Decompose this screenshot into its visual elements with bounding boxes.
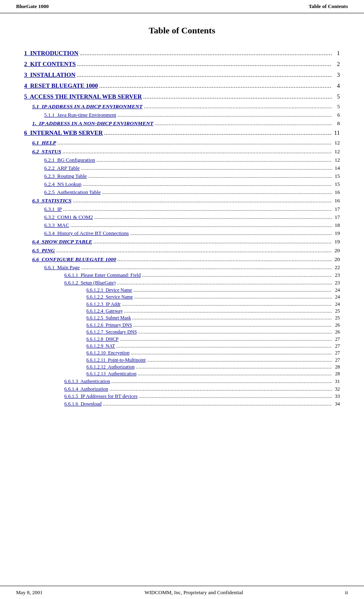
toc-item-label[interactable]: 6.2.1 BG Configuration [44,156,95,164]
toc-item-label[interactable]: 6.2 STATUS [32,147,61,156]
toc-item-label[interactable]: 6.6.1 Main Page [44,263,80,272]
toc-row[interactable]: 6.6.1.2.4 Gateway.......................… [24,308,340,315]
toc-item-label[interactable]: 6 INTERNAL WEB SERVER [24,128,103,138]
toc-dots: ........................................… [116,279,332,287]
toc-row[interactable]: 6 INTERNAL WEB SERVER...................… [24,128,340,138]
toc-item-label[interactable]: 6.6.1.5 IP Addresses for BT devices [64,393,137,400]
toc-row[interactable]: 6.6.1 Main Page.........................… [24,263,340,272]
toc-item-label[interactable]: 4 RESET BLUEGATE 1000 [24,80,98,91]
toc-item-label[interactable]: 6.6.1.4 Authorization [64,385,108,393]
toc-item-label[interactable]: 6.6.1.2.11 Point-to-Multipoint [86,357,146,364]
toc-row[interactable]: 6.4 SHOW DHCP TABLE.....................… [24,237,340,246]
toc-row[interactable]: 6.6.1.2.9 NAT...........................… [24,343,340,350]
toc-item-label[interactable]: 6.6.1.6 Download [64,400,102,408]
toc-dots: ........................................… [137,371,332,377]
toc-item-label[interactable]: 6.6.1.2.4 Gateway [86,308,123,315]
toc-dots: ........................................… [102,400,332,408]
toc-item-label[interactable]: 6.3 STATISTICS [32,196,72,205]
toc-item-label[interactable]: 5.1.1 Java Run-time Environment [44,111,116,119]
toc-row[interactable]: 6.1 HELP................................… [24,138,340,147]
toc-row[interactable]: 6.6.1.5 IP Addresses for BT devices.....… [24,393,340,400]
toc-item-label[interactable]: 6.6.1.2.3 IP Addr [86,301,121,308]
toc-item-label[interactable]: 6.2.4 NS Lookup [44,180,82,188]
toc-item-label[interactable]: 6.6.1.2.13 Authentication [86,371,137,377]
toc-row[interactable]: 6.6.1.1 Please Enter Command: Field.....… [24,272,340,279]
toc-item-label[interactable]: 6.6.1.2.9 NAT [86,343,115,350]
toc-row[interactable]: 4 RESET BLUEGATE 1000...................… [24,80,340,91]
toc-row[interactable]: 5.1.1 Java Run-time Environment.........… [24,111,340,119]
toc-row[interactable]: 6.6.1.2.7 Secondary DNS.................… [24,329,340,336]
toc-item-label[interactable]: 6.6.1.1 Please Enter Command: Field [64,272,141,279]
toc-dots: ........................................… [62,205,332,213]
toc-dots: ........................................… [141,272,332,279]
toc-row[interactable]: 6.6.1.2.8 DHCP..........................… [24,336,340,343]
toc-item-label[interactable]: 6.4 SHOW DHCP TABLE [32,237,92,246]
toc-row[interactable]: 3 INSTALLATION..........................… [24,70,340,80]
toc-row[interactable]: 6.6.1.3 Authentication..................… [24,378,340,385]
toc-row[interactable]: 6.3.3 MAC...............................… [24,221,340,229]
toc-row[interactable]: 6.6.1.2 Setup (BlueGate)................… [24,279,340,287]
toc-dots: ........................................… [121,301,332,308]
toc-row[interactable]: 6.2 STATUS..............................… [24,147,340,156]
toc-item-label[interactable]: 6.6 CONFIGURE BLUEGATE 1000 [32,255,116,264]
toc-row[interactable]: 1 INTRODUCTION..........................… [24,48,340,59]
toc-page-num: 6 [332,111,340,119]
toc-item-label[interactable]: 6.6.1.2.6 Primary DNS [86,322,132,329]
toc-item-label[interactable]: 6.6.1.3 Authentication [64,378,110,385]
toc-item-label[interactable]: 6.5 PING [32,246,55,255]
toc-row[interactable]: 1. IP ADDRESS IN A NON-DHCP ENVIRONMENT.… [24,119,340,128]
toc-item-label[interactable]: 6.6.1.2.12 Authorization [86,364,135,371]
toc-row[interactable]: 5.1 IP ADDRESS IN A DHCP ENVIRONMENT....… [24,102,340,111]
toc-item-label[interactable]: 6.1 HELP [32,138,56,147]
toc-row[interactable]: 6.3.4 History of Active BT Connections..… [24,229,340,237]
toc-dots: ........................................… [80,164,332,172]
toc-row[interactable]: 6.6.1.2.13 Authentication...............… [24,371,340,377]
toc-row[interactable]: 2 KIT CONTENTS..........................… [24,59,340,70]
toc-row[interactable]: 6.6.1.2.2 Service Name..................… [24,294,340,301]
toc-item-label[interactable]: 1 INTRODUCTION [24,48,78,59]
toc-row[interactable]: 6.2.2 ARP Table.........................… [24,164,340,172]
toc-row[interactable]: 6.6.1.2.1 Device Name...................… [24,287,340,294]
toc-item-label[interactable]: 6.2.5 Authentication Table [44,188,101,196]
toc-item-label[interactable]: 6.6.1.2.2 Service Name [86,294,133,301]
toc-item-label[interactable]: 6.2.2 ARP Table [44,164,80,172]
toc-page-num: 12 [332,138,340,147]
toc-row[interactable]: 6.3.1 IP................................… [24,205,340,213]
toc-item-label[interactable]: 6.6.1.2 Setup (BlueGate) [64,279,116,287]
toc-item-label[interactable]: 5 ACCESS THE INTERNAL WEB SERVER [24,91,142,102]
toc-row[interactable]: 6.2.5 Authentication Table..............… [24,188,340,196]
toc-item-label[interactable]: 6.6.1.2.1 Device Name [86,287,132,294]
toc-row[interactable]: 6.6.1.2.5 Subnet Mask...................… [24,315,340,321]
toc-row[interactable]: 6.6.1.2.6 Primary DNS...................… [24,322,340,329]
toc-row[interactable]: 6.2.1 BG Configuration..................… [24,156,340,164]
toc-row[interactable]: 6.3.2 COM1 & COM2.......................… [24,213,340,221]
toc-item-label[interactable]: 6.3.1 IP [44,205,62,213]
toc-row[interactable]: 6.6.1.2.11 Point-to-Multipoint..........… [24,357,340,364]
toc-item-label[interactable]: 6.3.3 MAC [44,221,69,229]
toc-item-label[interactable]: 6.6.1.2.10 Encryption [86,350,129,356]
toc-item-label[interactable]: 6.2.3 Routing Table [44,172,87,180]
toc-item-label[interactable]: 6.6.1.2.8 DHCP [86,336,119,343]
toc-item-label[interactable]: 1. IP ADDRESS IN A NON-DHCP ENVIRONMENT [32,119,153,128]
toc-row[interactable]: 6.6 CONFIGURE BLUEGATE 1000.............… [24,255,340,264]
toc-item-label[interactable]: 2 KIT CONTENTS [24,59,76,70]
toc-item-label[interactable]: 3 INSTALLATION [24,70,76,80]
toc-row[interactable]: 6.2.3 Routing Table.....................… [24,172,340,180]
toc-row[interactable]: 6.6.1.6 Download........................… [24,400,340,408]
toc-dots: ........................................… [80,263,332,272]
toc-row[interactable]: 5 ACCESS THE INTERNAL WEB SERVER........… [24,91,340,102]
toc-item-label[interactable]: 6.6.1.2.5 Subnet Mask [86,315,131,321]
toc-item-label[interactable]: 6.6.1.2.7 Secondary DNS [86,329,137,336]
toc-row[interactable]: 6.2.4 NS Lookup.........................… [24,180,340,188]
toc-row[interactable]: 6.3 STATISTICS..........................… [24,196,340,205]
toc-item-label[interactable]: 5.1 IP ADDRESS IN A DHCP ENVIRONMENT [32,102,143,111]
toc-dots: ........................................… [69,221,332,229]
toc-row[interactable]: 6.6.1.2.10 Encryption...................… [24,350,340,356]
toc-item-label[interactable]: 6.3.2 COM1 & COM2 [44,213,93,221]
toc-row[interactable]: 6.6.1.2.12 Authorization................… [24,364,340,371]
toc-page-num: 25 [332,315,340,321]
toc-item-label[interactable]: 6.3.4 History of Active BT Connections [44,229,129,237]
toc-row[interactable]: 6.6.1.4 Authorization...................… [24,385,340,393]
toc-row[interactable]: 6.5 PING................................… [24,246,340,255]
toc-row[interactable]: 6.6.1.2.3 IP Addr.......................… [24,301,340,308]
